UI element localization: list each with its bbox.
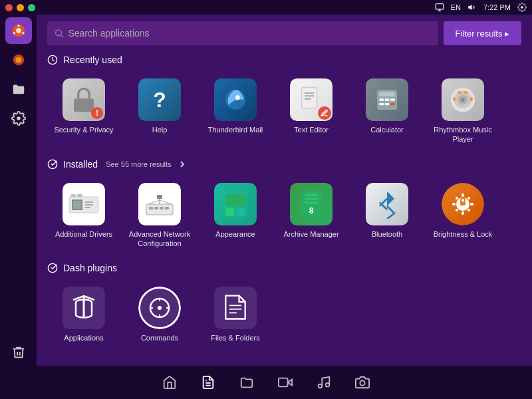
installed-grid: Additional Drivers Advanced Network Conf… (47, 176, 521, 254)
svg-point-34 (461, 98, 465, 102)
app-icon-files-folders (214, 287, 257, 329)
taskbar-photo-icon[interactable] (353, 373, 372, 392)
app-label-brightness-lock: Brightness & Lock (434, 229, 493, 239)
svg-line-56 (160, 200, 172, 204)
svg-rect-62 (305, 194, 318, 196)
svg-rect-28 (379, 103, 384, 105)
svg-marker-3 (468, 5, 471, 10)
recently-used-header: Recently used (47, 55, 521, 65)
app-icon-security-privacy: ! (63, 78, 105, 121)
sidebar-item-home[interactable] (5, 17, 32, 44)
app-item-additional-drivers[interactable]: Additional Drivers (47, 176, 120, 254)
dash-plugins-label: Dash plugins (63, 263, 117, 273)
topbar: EN 7:22 PM (0, 0, 532, 15)
app-item-applications[interactable]: Applications (47, 280, 120, 348)
app-item-commands[interactable]: Commands (123, 280, 196, 348)
filter-results-button[interactable]: Filter results ▸ (444, 21, 521, 45)
see-more-label[interactable]: See 55 more results (106, 160, 171, 168)
app-icon-brightness-lock (442, 183, 484, 225)
app-icon-archive-manager: 8 (290, 183, 332, 225)
svg-point-4 (521, 6, 523, 9)
app-label-rhythmbox: Rhythmbox Music Player (430, 125, 495, 144)
taskbar-video-icon[interactable] (276, 373, 295, 392)
app-icon-help: ? (138, 78, 181, 121)
svg-rect-72 (470, 203, 473, 205)
svg-rect-37 (470, 97, 473, 101)
app-icon-advanced-network (138, 183, 181, 225)
app-icon-commands (138, 287, 181, 329)
installed-label: Installed (63, 159, 98, 170)
svg-point-78 (48, 264, 57, 273)
taskbar-music-icon[interactable] (315, 373, 333, 392)
svg-line-55 (148, 200, 160, 204)
app-icon-applications (63, 287, 105, 329)
svg-rect-27 (390, 98, 395, 100)
app-item-appearance[interactable]: Appearance (199, 176, 272, 254)
svg-rect-16 (74, 98, 94, 112)
sidebar-item-files[interactable] (5, 76, 32, 102)
svg-rect-69 (462, 194, 464, 197)
time-label: 7:22 PM (483, 3, 511, 11)
svg-rect-49 (149, 207, 153, 209)
app-item-archive-manager[interactable]: 8 Archive Manager (275, 176, 348, 254)
monitor-icon (435, 3, 444, 12)
app-icon-rhythmbox (442, 78, 484, 121)
installed-header: Installed See 55 more results (47, 159, 521, 170)
app-item-calculator[interactable]: Calculator (350, 72, 424, 150)
app-icon-calculator (366, 78, 408, 121)
svg-rect-91 (279, 378, 288, 387)
search-icon (54, 28, 64, 39)
svg-rect-51 (160, 207, 164, 209)
search-input-wrap[interactable] (47, 21, 438, 45)
app-item-thunderbird[interactable]: Thunderbird Mail (199, 72, 272, 150)
app-label-appearance: Appearance (215, 229, 255, 239)
svg-rect-24 (379, 92, 394, 96)
svg-rect-30 (390, 103, 395, 105)
search-input[interactable] (68, 28, 431, 39)
app-label-calculator: Calculator (370, 125, 404, 134)
app-item-bluetooth[interactable]: Bluetooth (350, 176, 424, 254)
app-item-brightness-lock[interactable]: Brightness & Lock (426, 176, 499, 254)
sidebar-item-settings[interactable] (5, 105, 32, 132)
app-item-advanced-network[interactable]: Advanced Network Configuration (123, 176, 196, 254)
close-button[interactable] (5, 4, 13, 11)
app-label-applications: Applications (64, 333, 103, 342)
svg-rect-35 (458, 91, 462, 94)
taskbar-apps-icon[interactable] (199, 373, 217, 392)
svg-rect-0 (436, 4, 444, 9)
svg-rect-25 (379, 98, 384, 100)
svg-rect-58 (225, 194, 245, 206)
svg-rect-29 (385, 103, 390, 105)
sidebar-item-trash[interactable] (5, 339, 32, 366)
svg-point-93 (326, 383, 330, 387)
minimize-button[interactable] (17, 4, 24, 11)
svg-point-12 (17, 116, 21, 120)
svg-rect-53 (157, 195, 162, 199)
recently-used-label: Recently used (63, 55, 122, 65)
app-item-security-privacy[interactable]: ! Security & Privacy (47, 72, 120, 150)
app-item-text-editor[interactable]: Text Editor (275, 72, 348, 150)
svg-rect-38 (453, 97, 456, 101)
sidebar (0, 15, 37, 366)
app-item-rhythmbox[interactable]: Rhythmbox Music Player (426, 72, 499, 150)
dash-plugins-icon (47, 263, 58, 273)
app-icon-appearance (214, 183, 257, 225)
taskbar-files-icon[interactable] (237, 373, 256, 392)
maximize-button[interactable] (28, 4, 35, 11)
topbar-left (5, 4, 35, 11)
gear-icon (517, 3, 527, 12)
app-item-help[interactable]: ? Help (123, 72, 196, 150)
main-content: Filter results ▸ Recently used ! Securit… (37, 15, 532, 366)
sidebar-item-firefox[interactable] (5, 47, 32, 73)
svg-rect-63 (305, 198, 318, 200)
svg-point-7 (17, 25, 20, 27)
svg-rect-19 (302, 87, 317, 108)
app-item-files-folders[interactable]: Files & Folders (199, 280, 272, 348)
app-label-files-folders: Files & Folders (211, 333, 259, 342)
app-label-text-editor: Text Editor (294, 125, 329, 134)
app-label-archive-manager: Archive Manager (283, 229, 338, 239)
app-label-thunderbird: Thunderbird Mail (208, 125, 263, 134)
svg-point-92 (319, 384, 323, 388)
taskbar-home-icon[interactable] (160, 373, 179, 392)
see-more-chevron-icon (177, 159, 188, 170)
